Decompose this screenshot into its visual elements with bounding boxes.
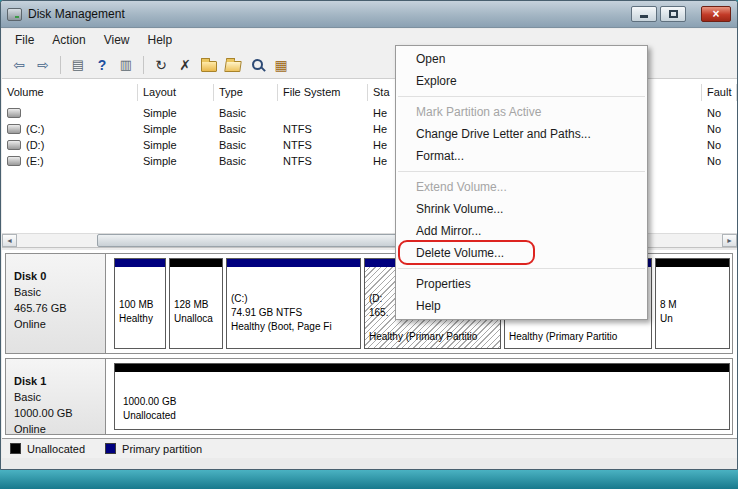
delete-volume-label: Delete Volume... — [416, 246, 504, 260]
partition-label-line: 100 MB — [119, 299, 153, 310]
unallocated-color-swatch — [10, 443, 21, 454]
disk-name: Disk 0 — [14, 268, 105, 284]
partition-unallocated-8mb[interactable]: 8 M Un — [655, 258, 730, 349]
folder-open-icon[interactable] — [222, 54, 244, 76]
cell-type: Basic — [214, 123, 278, 135]
menu-item-mark-partition-active: Mark Partition as Active — [396, 101, 647, 123]
disk-1-partitions: 1000.00 GB Unallocated — [106, 359, 732, 434]
search-icon[interactable] — [246, 54, 268, 76]
disk-type: Basic — [14, 284, 105, 300]
refresh-icon[interactable]: ↻ — [150, 54, 172, 76]
window-controls: × — [628, 6, 731, 22]
folder-open-icon-shape — [224, 61, 242, 72]
partition-label-line: Healthy (Primary Partitio — [369, 331, 477, 342]
cell-fault: No — [702, 107, 737, 119]
folder-icon[interactable] — [198, 54, 220, 76]
legend-icon[interactable]: ▦ — [270, 54, 292, 76]
column-header-type[interactable]: Type — [214, 84, 278, 101]
console-tree-icon[interactable]: ▤ — [67, 54, 89, 76]
volume-disk-icon — [7, 156, 21, 166]
column-header-layout[interactable]: Layout — [138, 84, 214, 101]
menu-item-format[interactable]: Format... — [396, 145, 647, 167]
scroll-right-icon[interactable]: ► — [722, 234, 737, 247]
search-icon-shape — [252, 59, 263, 70]
menu-help[interactable]: Help — [139, 30, 182, 50]
partition-label-line: Healthy — [119, 313, 153, 324]
legend-bar: Unallocated Primary partition — [2, 438, 737, 458]
delete-icon[interactable]: ✗ — [174, 54, 196, 76]
screen: Disk Management × File Action View Help … — [0, 0, 738, 489]
column-header-file-system[interactable]: File System — [278, 84, 368, 101]
partition-label-line: Unallocated — [123, 410, 176, 421]
column-header-volume[interactable]: Volume — [2, 84, 138, 101]
cell-type: Basic — [214, 139, 278, 151]
folder-icon-shape — [201, 61, 217, 72]
toolbar-separator — [143, 56, 144, 74]
minimize-icon — [640, 15, 648, 18]
cell-file-system: NTFS — [278, 155, 368, 167]
cell-layout: Simple — [138, 123, 214, 135]
partition-unallocated-disk1[interactable]: 1000.00 GB Unallocated — [114, 363, 730, 430]
partition-label-line: (D: — [369, 293, 382, 304]
menu-item-change-drive-letter[interactable]: Change Drive Letter and Paths... — [396, 123, 647, 145]
partition-color-bar — [656, 259, 729, 267]
volume-disk-icon — [7, 140, 21, 150]
partition-label-line: Healthy (Primary Partitio — [509, 331, 617, 342]
cell-file-system: NTFS — [278, 139, 368, 151]
maximize-icon — [669, 10, 678, 18]
minimize-button[interactable] — [631, 6, 657, 22]
disk-management-app-icon — [7, 8, 22, 21]
help-icon[interactable]: ? — [91, 54, 113, 76]
menu-item-delete-volume[interactable]: Delete Volume... — [396, 242, 647, 264]
maximize-button[interactable] — [660, 6, 686, 22]
close-button[interactable]: × — [701, 6, 731, 22]
disk-name: Disk 1 — [14, 373, 105, 389]
action-pane-icon[interactable]: ▥ — [115, 54, 137, 76]
disk-0-label[interactable]: Disk 0 Basic 465.76 GB Online — [6, 254, 106, 353]
partition-c[interactable]: (C:) 74.91 GB NTFS Healthy (Boot, Page F… — [226, 258, 361, 349]
back-icon[interactable]: ⇦ — [8, 54, 30, 76]
disk-1-row: Disk 1 Basic 1000.00 GB Online 1000.00 G… — [5, 358, 733, 435]
menu-item-help[interactable]: Help — [396, 295, 647, 317]
menu-separator — [398, 268, 645, 269]
partition-color-bar — [115, 364, 729, 372]
menu-item-extend-volume: Extend Volume... — [396, 176, 647, 198]
menu-action[interactable]: Action — [43, 30, 94, 50]
disk-size: 1000.00 GB — [14, 405, 105, 421]
cell-layout: Simple — [138, 107, 214, 119]
partition-color-bar — [170, 259, 222, 267]
menu-file[interactable]: File — [6, 30, 43, 50]
volume-disk-icon — [7, 124, 21, 134]
scroll-left-icon[interactable]: ◄ — [2, 234, 17, 247]
titlebar[interactable]: Disk Management × — [1, 1, 737, 28]
cell-volume: (E:) — [26, 155, 44, 167]
window-title: Disk Management — [28, 7, 125, 21]
column-header-fault[interactable]: Fault — [702, 84, 737, 101]
cell-file-system: NTFS — [278, 123, 368, 135]
menu-item-explore[interactable]: Explore — [396, 70, 647, 92]
partition-label-line: 1000.00 GB — [123, 396, 176, 407]
partition-color-bar — [115, 259, 165, 267]
menu-item-open[interactable]: Open — [396, 48, 647, 70]
disk-size: 465.76 GB — [14, 300, 105, 316]
menu-separator — [398, 171, 645, 172]
primary-partition-color-swatch — [105, 443, 116, 454]
cell-layout: Simple — [138, 139, 214, 151]
menu-item-properties[interactable]: Properties — [396, 273, 647, 295]
cell-type: Basic — [214, 155, 278, 167]
partition-unallocated-128mb[interactable]: 128 MB Unalloca — [169, 258, 223, 349]
menu-view[interactable]: View — [95, 30, 139, 50]
toolbar-separator — [60, 56, 61, 74]
cell-volume: (D:) — [26, 139, 44, 151]
cell-fault: No — [702, 139, 737, 151]
partition-label-line: 165. — [369, 307, 388, 318]
disk-1-label[interactable]: Disk 1 Basic 1000.00 GB Online — [6, 359, 106, 434]
forward-icon[interactable]: ⇨ — [32, 54, 54, 76]
partition-label-line: Un — [660, 313, 673, 324]
menu-item-shrink-volume[interactable]: Shrink Volume... — [396, 198, 647, 220]
disk-type: Basic — [14, 389, 105, 405]
partition-system-reserved[interactable]: 100 MB Healthy — [114, 258, 166, 349]
partition-color-bar — [227, 259, 360, 267]
legend-primary-label: Primary partition — [122, 443, 202, 455]
menu-item-add-mirror[interactable]: Add Mirror... — [396, 220, 647, 242]
